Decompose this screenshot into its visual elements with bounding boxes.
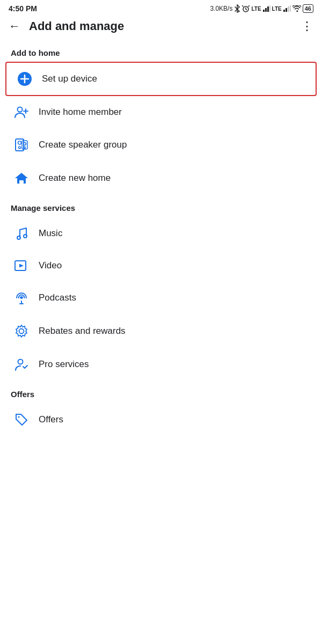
svg-rect-17 <box>19 180 24 184</box>
offers-label: Offers <box>39 414 63 425</box>
rebates-rewards-label: Rebates and rewards <box>39 326 126 336</box>
menu-item-create-new-home[interactable]: Create new home <box>0 162 322 195</box>
svg-rect-4 <box>269 5 270 12</box>
section-add-to-home: Add to home Set up device Invite home me… <box>0 40 322 195</box>
svg-rect-1 <box>263 10 265 12</box>
back-button[interactable]: ← <box>9 19 20 33</box>
svg-rect-7 <box>288 6 289 12</box>
signal-icon-1 <box>263 5 270 12</box>
svg-point-21 <box>20 297 23 299</box>
svg-rect-5 <box>283 10 285 12</box>
create-speaker-group-icon <box>11 138 32 152</box>
setup-device-icon <box>14 71 35 86</box>
battery-container: 46 <box>303 4 313 13</box>
svg-point-26 <box>18 416 20 418</box>
svg-point-15 <box>24 143 26 145</box>
menu-item-pro-services[interactable]: Pro services <box>0 348 322 381</box>
section-offers: Offers Offers <box>0 381 322 436</box>
alarm-icon <box>242 5 250 12</box>
pro-services-label: Pro services <box>39 359 89 370</box>
svg-point-24 <box>19 329 24 334</box>
status-bar: 4:50 PM 3.0KB/s LTE LTE <box>0 0 322 15</box>
music-label: Music <box>39 228 62 239</box>
offers-icon <box>11 413 32 427</box>
menu-item-offers[interactable]: Offers <box>0 403 322 436</box>
battery-level: 46 <box>305 5 311 12</box>
svg-point-10 <box>18 107 23 112</box>
status-time: 4:50 PM <box>9 4 37 13</box>
signal-icon-2 <box>283 5 291 12</box>
podcasts-label: Podcasts <box>39 292 76 303</box>
status-icons: 3.0KB/s LTE LTE <box>210 4 313 13</box>
create-new-home-label: Create new home <box>39 173 111 184</box>
svg-point-12 <box>18 141 21 144</box>
setup-device-label: Set up device <box>42 74 97 84</box>
svg-point-19 <box>24 235 27 238</box>
wifi-icon <box>292 5 301 12</box>
menu-item-invite-home-member[interactable]: Invite home member <box>0 96 322 128</box>
lte-icon-2: LTE <box>272 6 282 12</box>
more-button[interactable]: ⋮ <box>301 19 313 33</box>
create-new-home-icon <box>11 171 32 185</box>
svg-rect-6 <box>286 8 287 12</box>
svg-point-16 <box>24 147 26 149</box>
section-header-add-to-home: Add to home <box>0 40 322 62</box>
rebates-rewards-icon <box>11 324 32 338</box>
invite-home-member-label: Invite home member <box>39 107 122 118</box>
menu-item-create-speaker-group[interactable]: Create speaker group <box>0 128 322 162</box>
toolbar: ← Add and manage ⋮ <box>0 15 322 40</box>
svg-point-25 <box>18 360 23 364</box>
podcasts-icon <box>11 291 32 305</box>
svg-rect-3 <box>267 6 269 12</box>
menu-item-setup-device[interactable]: Set up device <box>5 62 317 96</box>
video-label: Video <box>39 260 62 271</box>
svg-point-18 <box>17 236 20 239</box>
page-title: Add and manage <box>29 19 292 33</box>
svg-rect-2 <box>265 8 267 12</box>
lte-icon: LTE <box>251 6 261 12</box>
menu-item-music[interactable]: Music <box>0 217 322 250</box>
bluetooth-icon <box>234 4 240 13</box>
video-icon <box>11 260 32 272</box>
music-icon <box>11 226 32 240</box>
svg-rect-8 <box>290 5 291 12</box>
network-speed: 3.0KB/s <box>210 5 232 12</box>
pro-services-icon <box>11 357 32 371</box>
menu-item-video[interactable]: Video <box>0 250 322 281</box>
svg-point-13 <box>19 147 21 149</box>
section-header-manage-services: Manage services <box>0 195 322 217</box>
menu-item-podcasts[interactable]: Podcasts <box>0 281 322 314</box>
create-speaker-group-label: Create speaker group <box>39 140 127 150</box>
invite-home-member-icon <box>11 106 32 119</box>
section-header-offers: Offers <box>0 381 322 403</box>
section-manage-services: Manage services Music Video <box>0 195 322 381</box>
menu-item-rebates-rewards[interactable]: Rebates and rewards <box>0 314 322 348</box>
